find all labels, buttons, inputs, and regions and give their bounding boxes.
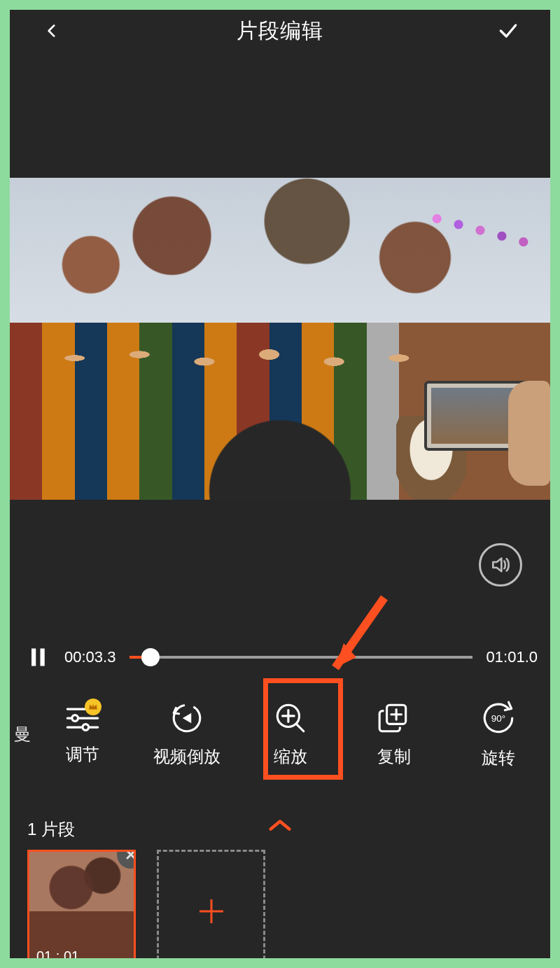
svg-rect-0 xyxy=(31,649,36,666)
tool-zoom-label: 缩放 xyxy=(274,745,307,768)
seek-track[interactable] xyxy=(130,656,472,659)
rotate-90-icon: 90° xyxy=(479,699,517,737)
tool-zoom[interactable]: 缩放 xyxy=(239,701,342,768)
preview-scene-hand xyxy=(508,381,550,486)
close-icon xyxy=(124,850,136,862)
playback-bar: 00:03.3 01:01.0 xyxy=(29,640,538,675)
preview-scene-sky xyxy=(10,178,550,323)
app-screen: 片段编辑 00:03.3 01:01.0 曼 xyxy=(10,10,550,958)
tool-adjust[interactable]: 调节 xyxy=(31,703,134,766)
volume-button[interactable] xyxy=(479,543,522,587)
confirm-button[interactable] xyxy=(494,17,522,45)
svg-point-5 xyxy=(72,715,78,722)
collapse-clips-button[interactable] xyxy=(268,818,292,835)
tool-copy-label: 复制 xyxy=(377,745,411,768)
add-clip-button[interactable] xyxy=(157,850,265,958)
chevron-up-icon xyxy=(268,818,292,832)
check-icon xyxy=(497,20,519,42)
rotate-angle-label: 90° xyxy=(491,713,505,724)
pause-icon xyxy=(29,647,48,668)
crown-badge-icon xyxy=(85,699,102,715)
chevron-left-icon xyxy=(43,22,61,40)
clip-thumbnail[interactable]: 01 : 01 xyxy=(27,850,136,958)
tool-partial-left: 曼 xyxy=(10,723,31,745)
speaker-icon xyxy=(489,554,512,576)
total-time-label: 01:01.0 xyxy=(486,648,538,666)
svg-point-7 xyxy=(83,724,89,731)
tool-reverse[interactable]: 视频倒放 xyxy=(134,701,238,768)
copy-plus-icon xyxy=(377,701,412,736)
tool-adjust-label: 调节 xyxy=(66,743,99,766)
current-time-label: 00:03.3 xyxy=(64,648,115,666)
plus-icon xyxy=(194,894,229,929)
svg-line-12 xyxy=(296,724,303,731)
tool-rotate-label: 旋转 xyxy=(482,747,515,769)
zoom-in-icon xyxy=(273,701,308,736)
clip-strip: 01 : 01 xyxy=(27,850,265,958)
header-bar: 片段编辑 xyxy=(10,10,550,52)
segment-count-label: 1 片段 xyxy=(27,818,75,841)
video-preview[interactable] xyxy=(10,178,550,500)
tool-reverse-label: 视频倒放 xyxy=(153,745,220,768)
svg-rect-1 xyxy=(41,649,45,666)
seek-thumb[interactable] xyxy=(141,648,160,666)
clip-duration-label: 01 : 01 xyxy=(36,948,79,958)
tool-copy[interactable]: 复制 xyxy=(342,701,446,768)
pause-button[interactable] xyxy=(29,647,50,668)
reverse-icon xyxy=(169,701,204,736)
tool-rotate[interactable]: 90° 旋转 xyxy=(447,699,550,769)
tool-row[interactable]: 曼 调节 视频倒放 xyxy=(10,685,550,783)
page-title: 片段编辑 xyxy=(237,17,323,45)
back-button[interactable] xyxy=(38,17,66,45)
